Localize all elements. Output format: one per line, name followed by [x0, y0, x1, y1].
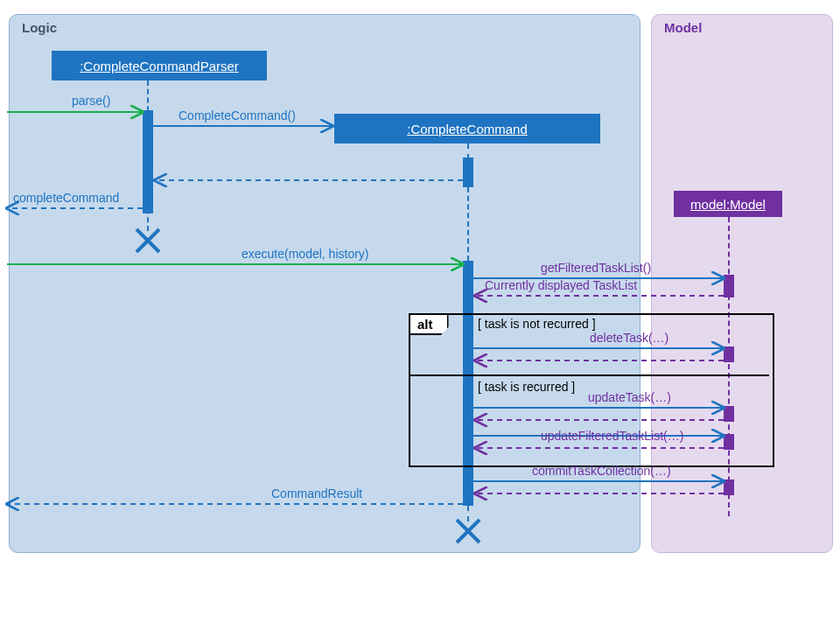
msg-completecommand-ctor: CompleteCommand(): [178, 108, 296, 122]
activation-model-1: [724, 275, 734, 298]
frame-logic-label: Logic: [22, 20, 57, 35]
box-model: model:Model: [674, 191, 782, 217]
box-model-label: model:Model: [690, 197, 766, 212]
box-completecommandparser-label: :CompleteCommandParser: [80, 59, 239, 74]
msg-committaskcollection: commitTaskCollection(…): [532, 464, 671, 478]
msg-getfiltered: getFilteredTaskList(): [541, 261, 651, 275]
msg-currentlydisplayed: Currently displayed TaskList: [485, 278, 637, 292]
frame-model-label: Model: [664, 20, 702, 35]
activation-model-5: [724, 480, 734, 495]
msg-parse: parse(): [72, 94, 110, 108]
msg-updatefilteredtasklist: updateFilteredTaskList(…): [541, 429, 683, 443]
alt-label: alt: [410, 315, 449, 335]
msg-commandresult: CommandResult: [271, 486, 362, 500]
box-completecommand: :CompleteCommand: [334, 114, 600, 144]
msg-execute: execute(model, history): [242, 247, 369, 261]
msg-completecommand-return: completeCommand: [13, 191, 119, 205]
lifeline-command-mid: [467, 187, 469, 261]
box-completecommandparser: :CompleteCommandParser: [52, 51, 267, 80]
alt-guard-2: [ task is recurred ]: [478, 380, 575, 394]
alt-guard-1: [ task is not recurred ]: [478, 317, 596, 331]
lifeline-command-lower: [467, 506, 469, 522]
alt-separator: [410, 374, 769, 376]
activation-command-upper: [463, 158, 473, 187]
frame-model: Model: [651, 14, 833, 553]
msg-updatetask: updateTask(…): [588, 390, 671, 404]
activation-parser: [143, 110, 153, 214]
box-completecommand-label: :CompleteCommand: [407, 122, 528, 136]
msg-deletetask: deleteTask(…): [590, 331, 668, 345]
sequence-diagram: Logic Model :CompleteCommandParser :Comp…: [0, 0, 840, 630]
